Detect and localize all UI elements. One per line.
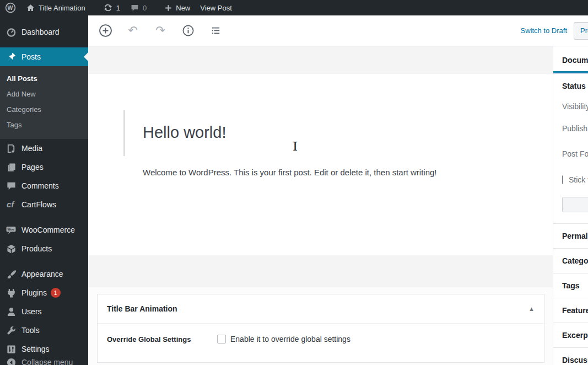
sidebar-item-label: Pages — [21, 163, 44, 171]
sticky-checkbox-label[interactable]: Stick to the top of the blog — [569, 175, 588, 184]
admin-sidebar-menu: Dashboard Posts All Posts Add New Catego… — [0, 15, 88, 365]
text-cursor: I — [293, 139, 298, 153]
preview-button[interactable]: Preview — [574, 22, 588, 40]
metabox-title: Title Bar Animation — [107, 304, 177, 313]
visibility-label: Visibility — [562, 102, 588, 111]
active-tab-underline — [553, 71, 588, 73]
block-navigation-button[interactable] — [206, 21, 225, 41]
plugin-icon — [6, 287, 17, 298]
submenu-label: Tags — [7, 121, 21, 129]
block-navigation-icon — [209, 24, 222, 37]
metabox-header[interactable]: Title Bar Animation ▲ — [98, 294, 544, 323]
sidebar-item-label: Tools — [21, 326, 40, 335]
comments-link[interactable]: 0 — [125, 0, 152, 15]
svg-text:Woo: Woo — [7, 228, 14, 231]
panel-permalink[interactable]: Permalink — [553, 224, 588, 249]
sidebar-item-tools[interactable]: Tools — [0, 321, 88, 340]
submenu-label: All Posts — [7, 74, 37, 83]
submenu-item-tags[interactable]: Tags — [0, 117, 88, 132]
sidebar-tabs: Document — [553, 46, 588, 74]
publish-label: Publish — [562, 124, 588, 133]
sidebar-secondary-button[interactable] — [562, 197, 588, 212]
redo-icon: ↷ — [155, 25, 165, 36]
panel-categories[interactable]: Categories — [553, 249, 588, 273]
woocommerce-icon: Woo — [6, 224, 17, 235]
metabox-collapse-icon[interactable]: ▲ — [528, 305, 535, 312]
media-icon — [6, 143, 17, 154]
panel-title: Permalink — [562, 232, 588, 240]
view-post-link[interactable]: View Post — [195, 0, 237, 15]
wordpress-logo-icon: W — [5, 2, 16, 13]
panel-excerpt[interactable]: Excerpt — [553, 323, 588, 348]
new-label: New — [176, 4, 190, 12]
settings-sidebar: Document Status & visibility Visibility … — [553, 46, 588, 365]
override-checkbox-row: Enable it to override global settings — [217, 335, 350, 343]
post-paragraph[interactable]: Welcome to WordPress. This is your first… — [143, 168, 437, 177]
metabox-area: Title Bar Animation ▲ Override Global Se… — [88, 287, 553, 365]
sidebar-item-woocommerce[interactable]: Woo WooCommerce — [0, 221, 88, 239]
submenu-item-categories[interactable]: Categories — [0, 101, 88, 117]
panel-featured-image[interactable]: Featured image — [553, 298, 588, 323]
title-block-rail — [123, 110, 125, 156]
info-icon — [182, 24, 195, 37]
user-icon — [6, 306, 17, 317]
toolbar-left-group: ↶ ↷ — [88, 21, 225, 41]
updates-count: 1 — [116, 4, 120, 12]
override-checkbox[interactable] — [217, 335, 226, 343]
redo-button[interactable]: ↷ — [150, 21, 170, 41]
sidebar-item-plugins[interactable]: Plugins 1 — [0, 283, 88, 302]
sticky-checkbox-row: Stick to the top of the blog — [562, 175, 588, 184]
post-canvas[interactable]: Hello world! Welcome to WordPress. This … — [88, 74, 553, 255]
tab-document[interactable]: Document — [553, 56, 588, 65]
wordpress-logo[interactable]: W — [0, 0, 21, 15]
submenu-item-all-posts[interactable]: All Posts — [0, 71, 88, 86]
updates-link[interactable]: 1 — [98, 0, 125, 15]
submenu-item-add-new[interactable]: Add New — [0, 86, 88, 101]
new-content-link[interactable]: New — [159, 0, 195, 15]
block-inserter-button[interactable] — [95, 21, 115, 41]
panel-title: Featured image — [562, 306, 588, 315]
undo-button[interactable]: ↶ — [123, 21, 143, 41]
panel-discussion[interactable]: Discussion — [553, 348, 588, 365]
active-item-arrow — [84, 52, 88, 61]
editor-content-region: Hello world! Welcome to WordPress. This … — [88, 46, 553, 365]
panel-title: Excerpt — [562, 331, 588, 340]
panel-title: Categories — [562, 256, 588, 265]
panel-tags[interactable]: Tags — [553, 273, 588, 298]
updates-icon — [103, 3, 113, 13]
sidebar-item-comments[interactable]: Comments — [0, 176, 88, 195]
wrench-icon — [6, 325, 17, 336]
cartflows-icon: cf — [6, 199, 17, 210]
collapse-arrow-icon — [6, 357, 17, 365]
sidebar-item-media[interactable]: Media — [0, 139, 88, 158]
collapse-menu-button[interactable]: Collapse menu — [0, 353, 88, 365]
post-title[interactable]: Hello world! — [143, 124, 226, 142]
products-cube-icon — [6, 243, 17, 254]
pages-icon — [6, 162, 17, 173]
sidebar-item-appearance[interactable]: Appearance — [0, 265, 88, 283]
title-bar-animation-metabox: Title Bar Animation ▲ Override Global Se… — [97, 294, 544, 363]
sidebar-item-label: Dashboard — [21, 28, 60, 36]
sidebar-item-cartflows[interactable]: cf CartFlows — [0, 195, 88, 214]
comments-icon — [6, 180, 17, 191]
sidebar-item-label: Appearance — [21, 270, 63, 278]
sidebar-item-dashboard[interactable]: Dashboard — [0, 23, 88, 41]
site-name-link[interactable]: Title Animation — [21, 0, 90, 15]
content-structure-button[interactable] — [178, 21, 198, 41]
sticky-checkbox[interactable] — [562, 175, 563, 184]
toolbar-right-group: Switch to Draft Preview — [520, 22, 588, 40]
sidebar-item-posts[interactable]: Posts — [0, 47, 88, 66]
sidebar-item-pages[interactable]: Pages — [0, 158, 88, 176]
sidebar-item-label: WooCommerce — [21, 226, 75, 234]
admin-top-bar: W Title Animation 1 0 New View Post — [0, 0, 588, 15]
sidebar-item-users[interactable]: Users — [0, 302, 88, 321]
post-format-label: Post Format — [562, 149, 588, 158]
override-checkbox-label[interactable]: Enable it to override global settings — [230, 335, 350, 343]
plus-icon — [164, 4, 172, 12]
metabox-body: Override Global Settings Enable it to ov… — [98, 323, 544, 355]
override-settings-label: Override Global Settings — [107, 335, 217, 343]
comments-count: 0 — [143, 4, 147, 12]
posts-submenu: All Posts Add New Categories Tags — [0, 66, 88, 139]
sidebar-item-products[interactable]: Products — [0, 239, 88, 258]
switch-to-draft-link[interactable]: Switch to Draft — [520, 26, 567, 35]
